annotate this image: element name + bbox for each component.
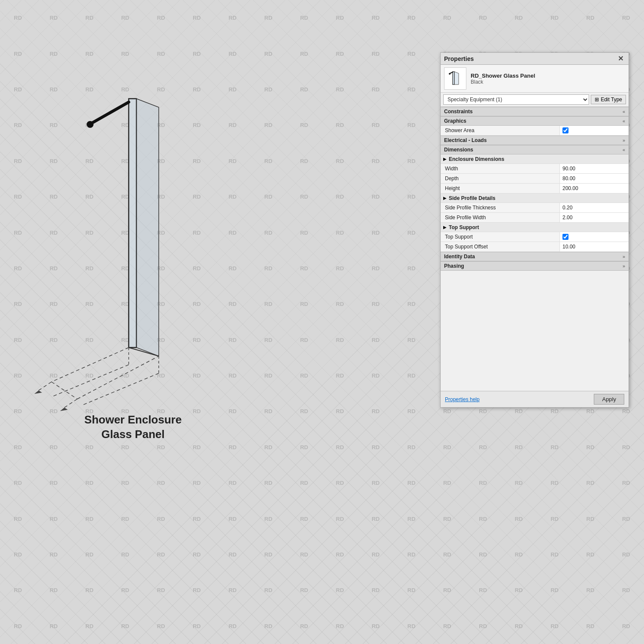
constraints-title: Constraints: [444, 109, 473, 115]
prop-value-side-thickness[interactable]: 0.20: [560, 203, 629, 212]
prop-value-top-support[interactable]: [560, 232, 629, 242]
shower-label: Shower Enclosure Glass Panel: [85, 413, 182, 442]
svg-line-8: [39, 382, 51, 390]
apply-button[interactable]: Apply: [594, 394, 624, 405]
prop-label-width: Width: [441, 164, 560, 173]
side-profile-arrow: ▶: [443, 196, 447, 200]
svg-marker-17: [454, 72, 459, 85]
panel-title: Properties: [444, 55, 474, 62]
identity-title: Identity Data: [444, 254, 475, 260]
type-selector[interactable]: Specialty Equipment (1): [443, 94, 589, 105]
graphics-title: Graphics: [444, 118, 466, 124]
top-support-checkbox[interactable]: [562, 234, 568, 240]
prop-value-shower-area[interactable]: [560, 126, 629, 135]
svg-marker-14: [34, 390, 42, 394]
panel-footer: Properties help Apply: [441, 391, 629, 407]
section-constraints[interactable]: Constraints «: [441, 107, 629, 116]
identity-toggle[interactable]: »: [623, 254, 625, 259]
svg-line-5: [51, 348, 129, 382]
prop-value-side-width[interactable]: 2.00: [560, 213, 629, 222]
svg-line-13: [82, 373, 159, 405]
close-button[interactable]: ✕: [616, 54, 625, 63]
component-sub: Black: [471, 79, 535, 85]
prop-row-side-width: Side Profile Width 2.00: [441, 213, 629, 223]
properties-panel: Properties ✕ RD_Shower Glass Panel Black…: [440, 52, 629, 408]
section-electrical[interactable]: Electrical - Loads »: [441, 136, 629, 145]
svg-rect-16: [453, 72, 454, 85]
prop-label-shower-area: Shower Area: [441, 126, 560, 135]
prop-value-height[interactable]: 200.00: [560, 184, 629, 193]
dimensions-title: Dimensions: [444, 147, 473, 153]
prop-row-side-thickness: Side Profile Thickness 0.20: [441, 203, 629, 213]
edit-type-label: Edit Type: [601, 97, 622, 103]
svg-line-9: [64, 399, 77, 408]
prop-label-depth: Depth: [441, 174, 560, 183]
section-phasing[interactable]: Phasing »: [441, 261, 629, 271]
prop-value-width[interactable]: 90.00: [560, 164, 629, 173]
component-icon: [444, 67, 466, 90]
svg-line-7: [77, 356, 159, 399]
subsection-top-support[interactable]: ▶ Top Support: [441, 223, 629, 232]
selector-row: Specialty Equipment (1) ⊞ Edit Type: [441, 93, 629, 107]
prop-row-top-support: Top Support: [441, 232, 629, 242]
enclosure-arrow: ▶: [443, 157, 447, 161]
svg-point-2: [87, 121, 94, 128]
prop-value-depth[interactable]: 80.00: [560, 174, 629, 183]
drawing-area: Shower Enclosure Glass Panel: [26, 51, 240, 438]
side-profile-label: Side Profile Details: [449, 195, 496, 201]
section-graphics[interactable]: Graphics «: [441, 116, 629, 126]
subsection-side-profile[interactable]: ▶ Side Profile Details: [441, 194, 629, 203]
component-name: RD_Shower Glass Panel: [471, 73, 535, 79]
svg-line-6: [51, 382, 77, 399]
svg-rect-0: [129, 99, 136, 348]
svg-point-19: [449, 73, 450, 75]
prop-value-top-support-offset[interactable]: 10.00: [560, 242, 629, 251]
svg-marker-15: [60, 408, 68, 411]
prop-row-shower-area: Shower Area: [441, 126, 629, 136]
edit-type-icon: ⊞: [595, 97, 599, 103]
component-info: RD_Shower Glass Panel Black: [471, 73, 535, 85]
prop-row-height: Height 200.00: [441, 184, 629, 194]
subsection-enclosure[interactable]: ▶ Enclosure Dimensions: [441, 154, 629, 164]
top-support-sub-label: Top Support: [449, 224, 479, 230]
svg-line-1: [91, 102, 129, 124]
prop-label-height: Height: [441, 184, 560, 193]
prop-label-side-width: Side Profile Width: [441, 213, 560, 222]
panel-header: RD_Shower Glass Panel Black: [441, 65, 629, 93]
prop-row-top-support-offset: Top Support Offset 10.00: [441, 242, 629, 252]
prop-row-width: Width 90.00: [441, 164, 629, 174]
phasing-toggle[interactable]: »: [623, 263, 625, 269]
section-identity[interactable]: Identity Data »: [441, 252, 629, 261]
svg-marker-3: [136, 99, 159, 356]
prop-label-top-support-offset: Top Support Offset: [441, 242, 560, 251]
graphics-toggle[interactable]: «: [623, 118, 625, 124]
help-link[interactable]: Properties help: [445, 396, 480, 402]
prop-label-top-support: Top Support: [441, 232, 560, 242]
top-support-arrow: ▶: [443, 225, 447, 230]
phasing-title: Phasing: [444, 263, 464, 269]
constraints-toggle[interactable]: «: [623, 109, 625, 114]
prop-label-side-thickness: Side Profile Thickness: [441, 203, 560, 212]
electrical-toggle[interactable]: »: [623, 138, 625, 143]
empty-area: [441, 271, 629, 391]
section-dimensions[interactable]: Dimensions «: [441, 145, 629, 154]
electrical-title: Electrical - Loads: [444, 137, 487, 143]
prop-row-depth: Depth 80.00: [441, 174, 629, 184]
shower-svg: [26, 51, 240, 438]
shower-area-checkbox[interactable]: [562, 127, 568, 133]
panel-titlebar: Properties ✕: [441, 53, 629, 65]
dimensions-toggle[interactable]: «: [623, 147, 625, 152]
svg-line-18: [450, 72, 453, 73]
enclosure-label: Enclosure Dimensions: [449, 156, 504, 162]
edit-type-button[interactable]: ⊞ Edit Type: [591, 95, 626, 104]
